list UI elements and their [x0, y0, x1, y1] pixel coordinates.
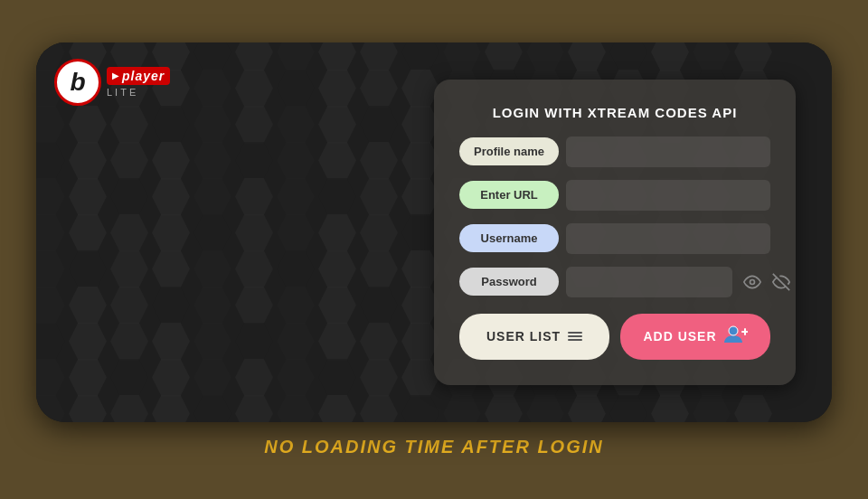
logo-letter: b [70, 68, 85, 97]
tagline: NO LOADING TIME AFTER LOGIN [264, 437, 603, 457]
url-label: Enter URL [459, 181, 559, 209]
app-logo: b [54, 59, 101, 106]
hide-password-button[interactable] [769, 269, 794, 295]
player-label: player [122, 69, 165, 83]
profile-name-input[interactable] [566, 137, 770, 167]
logo-text: ▶ player LITE [107, 67, 170, 98]
password-input[interactable] [566, 267, 732, 297]
password-row: Password [459, 267, 770, 297]
device-frame: b ▶ player LITE LOGIN WITH XTREAM CODES … [36, 42, 832, 422]
player-badge: ▶ player [107, 67, 170, 85]
logo-area: b ▶ player LITE [54, 59, 170, 106]
lite-label: LITE [107, 87, 138, 98]
show-password-button[interactable] [740, 269, 765, 295]
list-icon [568, 332, 582, 341]
profile-name-label: Profile name [459, 137, 559, 165]
profile-name-row: Profile name [459, 137, 770, 167]
enter-url-row: Enter URL [459, 180, 770, 211]
login-panel: LOGIN WITH XTREAM CODES API Profile name… [434, 80, 796, 385]
add-user-button[interactable]: ADD USER [620, 314, 770, 360]
url-input[interactable] [566, 180, 770, 211]
username-label: Username [459, 224, 559, 252]
action-buttons: USER LIST ADD USER [459, 314, 770, 360]
panel-title: LOGIN WITH XTREAM CODES API [459, 105, 770, 120]
user-list-button[interactable]: USER LIST [459, 314, 609, 360]
password-icons [740, 269, 794, 295]
add-user-icon [724, 325, 748, 349]
password-label: Password [459, 268, 559, 296]
user-list-label: USER LIST [486, 329, 561, 344]
username-row: Username [459, 223, 770, 254]
play-icon: ▶ [112, 71, 119, 80]
username-input[interactable] [566, 223, 770, 254]
svg-point-0 [750, 279, 755, 284]
add-user-label: ADD USER [643, 329, 716, 344]
